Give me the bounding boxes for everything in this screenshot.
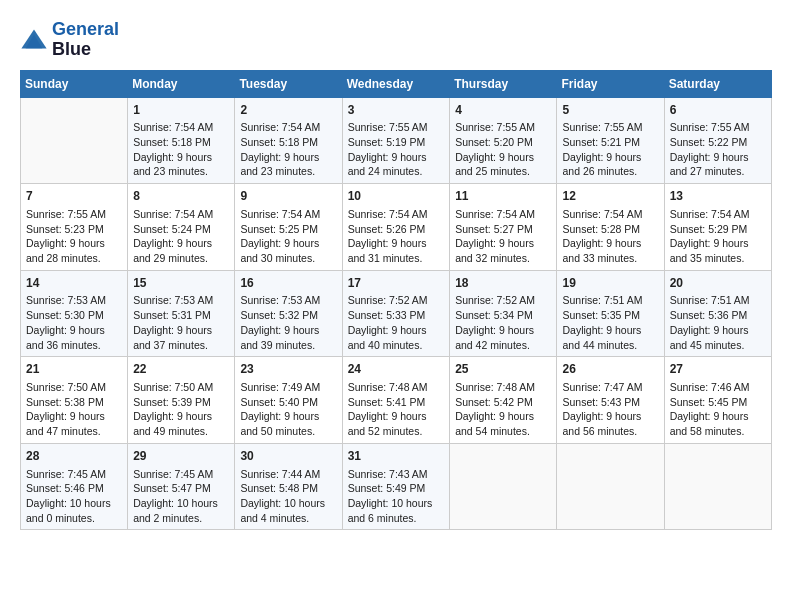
day-number: 28 — [26, 448, 122, 465]
calendar-cell: 12Sunrise: 7:54 AMSunset: 5:28 PMDayligh… — [557, 184, 664, 271]
column-header-thursday: Thursday — [450, 70, 557, 97]
calendar-cell: 18Sunrise: 7:52 AMSunset: 5:34 PMDayligh… — [450, 270, 557, 357]
calendar-cell: 26Sunrise: 7:47 AMSunset: 5:43 PMDayligh… — [557, 357, 664, 444]
calendar-cell: 10Sunrise: 7:54 AMSunset: 5:26 PMDayligh… — [342, 184, 450, 271]
calendar-cell: 14Sunrise: 7:53 AMSunset: 5:30 PMDayligh… — [21, 270, 128, 357]
calendar-week-row: 1Sunrise: 7:54 AMSunset: 5:18 PMDaylight… — [21, 97, 772, 184]
calendar-cell: 21Sunrise: 7:50 AMSunset: 5:38 PMDayligh… — [21, 357, 128, 444]
calendar-week-row: 28Sunrise: 7:45 AMSunset: 5:46 PMDayligh… — [21, 443, 772, 530]
calendar-cell — [21, 97, 128, 184]
day-number: 17 — [348, 275, 445, 292]
day-number: 16 — [240, 275, 336, 292]
day-number: 10 — [348, 188, 445, 205]
calendar-cell — [450, 443, 557, 530]
calendar-cell: 7Sunrise: 7:55 AMSunset: 5:23 PMDaylight… — [21, 184, 128, 271]
day-number: 23 — [240, 361, 336, 378]
logo: General Blue — [20, 20, 119, 60]
day-number: 26 — [562, 361, 658, 378]
calendar-cell: 24Sunrise: 7:48 AMSunset: 5:41 PMDayligh… — [342, 357, 450, 444]
calendar-cell: 11Sunrise: 7:54 AMSunset: 5:27 PMDayligh… — [450, 184, 557, 271]
calendar-cell: 30Sunrise: 7:44 AMSunset: 5:48 PMDayligh… — [235, 443, 342, 530]
calendar-cell: 3Sunrise: 7:55 AMSunset: 5:19 PMDaylight… — [342, 97, 450, 184]
day-number: 9 — [240, 188, 336, 205]
logo-icon — [20, 26, 48, 54]
calendar-cell: 31Sunrise: 7:43 AMSunset: 5:49 PMDayligh… — [342, 443, 450, 530]
column-header-tuesday: Tuesday — [235, 70, 342, 97]
calendar-cell: 15Sunrise: 7:53 AMSunset: 5:31 PMDayligh… — [128, 270, 235, 357]
column-header-saturday: Saturday — [664, 70, 771, 97]
calendar-cell: 29Sunrise: 7:45 AMSunset: 5:47 PMDayligh… — [128, 443, 235, 530]
calendar-cell: 4Sunrise: 7:55 AMSunset: 5:20 PMDaylight… — [450, 97, 557, 184]
day-number: 5 — [562, 102, 658, 119]
day-number: 22 — [133, 361, 229, 378]
day-number: 7 — [26, 188, 122, 205]
calendar-cell: 19Sunrise: 7:51 AMSunset: 5:35 PMDayligh… — [557, 270, 664, 357]
calendar-cell — [557, 443, 664, 530]
calendar-cell: 5Sunrise: 7:55 AMSunset: 5:21 PMDaylight… — [557, 97, 664, 184]
calendar-week-row: 14Sunrise: 7:53 AMSunset: 5:30 PMDayligh… — [21, 270, 772, 357]
calendar-cell: 27Sunrise: 7:46 AMSunset: 5:45 PMDayligh… — [664, 357, 771, 444]
calendar-cell: 8Sunrise: 7:54 AMSunset: 5:24 PMDaylight… — [128, 184, 235, 271]
calendar-week-row: 21Sunrise: 7:50 AMSunset: 5:38 PMDayligh… — [21, 357, 772, 444]
column-header-friday: Friday — [557, 70, 664, 97]
day-number: 19 — [562, 275, 658, 292]
day-number: 27 — [670, 361, 766, 378]
day-number: 1 — [133, 102, 229, 119]
day-number: 24 — [348, 361, 445, 378]
day-number: 8 — [133, 188, 229, 205]
day-number: 13 — [670, 188, 766, 205]
day-number: 20 — [670, 275, 766, 292]
calendar-cell: 22Sunrise: 7:50 AMSunset: 5:39 PMDayligh… — [128, 357, 235, 444]
day-number: 12 — [562, 188, 658, 205]
calendar-cell: 17Sunrise: 7:52 AMSunset: 5:33 PMDayligh… — [342, 270, 450, 357]
calendar-table: SundayMondayTuesdayWednesdayThursdayFrid… — [20, 70, 772, 531]
day-number: 30 — [240, 448, 336, 465]
day-number: 6 — [670, 102, 766, 119]
column-header-monday: Monday — [128, 70, 235, 97]
day-number: 21 — [26, 361, 122, 378]
calendar-cell: 1Sunrise: 7:54 AMSunset: 5:18 PMDaylight… — [128, 97, 235, 184]
logo-text: General Blue — [52, 20, 119, 60]
day-number: 29 — [133, 448, 229, 465]
day-number: 15 — [133, 275, 229, 292]
day-number: 25 — [455, 361, 551, 378]
calendar-cell — [664, 443, 771, 530]
day-number: 3 — [348, 102, 445, 119]
day-number: 11 — [455, 188, 551, 205]
calendar-cell: 13Sunrise: 7:54 AMSunset: 5:29 PMDayligh… — [664, 184, 771, 271]
calendar-cell: 25Sunrise: 7:48 AMSunset: 5:42 PMDayligh… — [450, 357, 557, 444]
day-number: 2 — [240, 102, 336, 119]
day-number: 4 — [455, 102, 551, 119]
calendar-header-row: SundayMondayTuesdayWednesdayThursdayFrid… — [21, 70, 772, 97]
calendar-cell: 9Sunrise: 7:54 AMSunset: 5:25 PMDaylight… — [235, 184, 342, 271]
calendar-cell: 20Sunrise: 7:51 AMSunset: 5:36 PMDayligh… — [664, 270, 771, 357]
calendar-cell: 28Sunrise: 7:45 AMSunset: 5:46 PMDayligh… — [21, 443, 128, 530]
calendar-cell: 2Sunrise: 7:54 AMSunset: 5:18 PMDaylight… — [235, 97, 342, 184]
page-header: General Blue — [20, 20, 772, 60]
column-header-wednesday: Wednesday — [342, 70, 450, 97]
calendar-cell: 6Sunrise: 7:55 AMSunset: 5:22 PMDaylight… — [664, 97, 771, 184]
calendar-cell: 23Sunrise: 7:49 AMSunset: 5:40 PMDayligh… — [235, 357, 342, 444]
calendar-cell: 16Sunrise: 7:53 AMSunset: 5:32 PMDayligh… — [235, 270, 342, 357]
day-number: 18 — [455, 275, 551, 292]
calendar-week-row: 7Sunrise: 7:55 AMSunset: 5:23 PMDaylight… — [21, 184, 772, 271]
day-number: 31 — [348, 448, 445, 465]
column-header-sunday: Sunday — [21, 70, 128, 97]
day-number: 14 — [26, 275, 122, 292]
